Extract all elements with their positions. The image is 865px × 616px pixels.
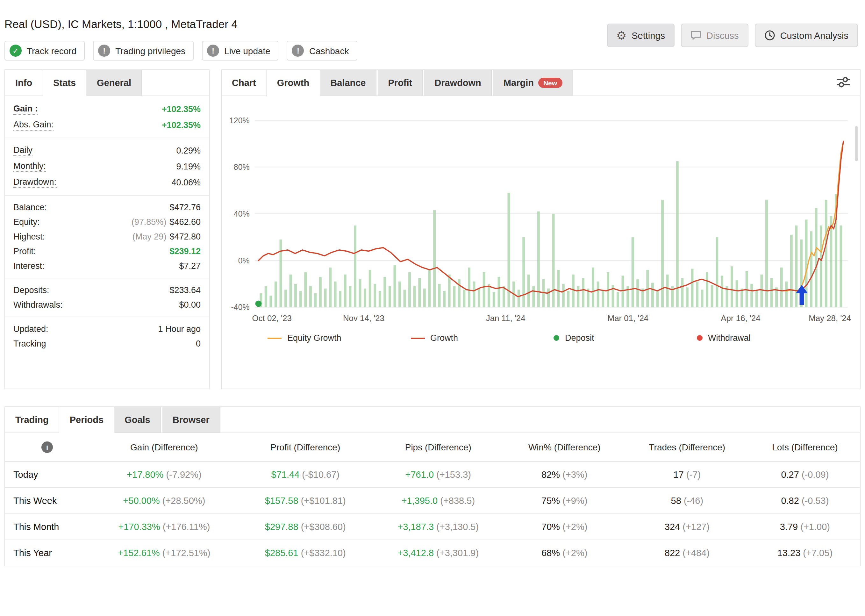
- stat-row-equity: Equity:(97.85%)$462.60: [13, 215, 201, 229]
- badge-track-record[interactable]: ✓Track record: [5, 41, 85, 61]
- legend-item-deposit[interactable]: Deposit: [554, 333, 697, 343]
- periods-panel: TradingPeriodsGoalsBrowser iGain (Differ…: [5, 406, 860, 566]
- stat-row-interest: Interest:$7.27: [13, 259, 201, 273]
- settings-button[interactable]: ⚙ Settings: [607, 24, 675, 47]
- scrollbar-thumb[interactable]: [855, 126, 858, 161]
- stat-value-note: (May 29): [132, 232, 166, 242]
- svg-text:-40%: -40%: [231, 303, 250, 312]
- period-row-this-month: This Month+170.33% (+176.11%)$297.88 (+$…: [5, 514, 860, 540]
- divider: [5, 138, 209, 138]
- chart-tab-chart[interactable]: Chart: [222, 70, 267, 96]
- legend-item-equity-growth[interactable]: Equity Growth: [267, 333, 411, 343]
- line-swatch-growth: [411, 337, 425, 339]
- stats-tab-general[interactable]: General: [86, 70, 142, 96]
- cell-difference: (+9%): [562, 496, 587, 506]
- cell-difference: (+2%): [562, 522, 587, 532]
- cell-value: 68%: [542, 548, 560, 558]
- period-cell: +761.0 (+153.3): [372, 462, 505, 488]
- svg-text:Nov 14, '23: Nov 14, '23: [343, 314, 385, 323]
- stat-value: (May 29)$472.80: [132, 232, 201, 242]
- legend-item-growth[interactable]: Growth: [411, 333, 554, 343]
- stat-label: Tracking: [13, 339, 46, 349]
- column-header-win-difference: Win% (Difference): [505, 433, 624, 462]
- toolbar: ⚙ Settings Discuss Custom Analysis: [607, 24, 858, 47]
- stat-value-main: 1 Hour ago: [158, 324, 201, 334]
- chart-panel: ChartGrowthBalanceProfitDrawdownMarginNe…: [221, 69, 860, 389]
- discuss-button[interactable]: Discuss: [681, 24, 749, 47]
- badge-trading-privileges[interactable]: !Trading privileges: [93, 41, 194, 61]
- dot-swatch-deposit: [554, 335, 559, 341]
- stat-label: Balance:: [13, 203, 47, 212]
- stat-value: 0: [196, 339, 201, 349]
- chart-tab-margin[interactable]: MarginNew: [493, 70, 573, 96]
- custom-analysis-button[interactable]: Custom Analysis: [755, 24, 858, 47]
- legend-label: Equity Growth: [287, 333, 341, 343]
- badge-cashback[interactable]: !Cashback: [287, 41, 357, 61]
- stats-tab-stats[interactable]: Stats: [43, 70, 86, 96]
- tab-label: Browser: [173, 415, 210, 425]
- svg-text:Oct 02, '23: Oct 02, '23: [252, 314, 292, 323]
- cell-difference: (-46): [684, 496, 703, 506]
- growth-chart[interactable]: 120%80%40%0%-40%Oct 02, '23Nov 14, '23Ja…: [222, 96, 860, 343]
- stat-value-main: $472.76: [170, 203, 201, 212]
- badge-live-update[interactable]: !Live update: [202, 41, 279, 61]
- info-icon[interactable]: i: [41, 442, 53, 453]
- stat-value: +102.35%: [162, 104, 201, 114]
- cell-value: +3,187.3: [397, 522, 434, 532]
- cell-value: +3,412.8: [397, 548, 434, 558]
- svg-text:Apr 16, '24: Apr 16, '24: [721, 314, 760, 323]
- stat-row-gain: Gain :+102.35%: [13, 101, 201, 117]
- period-cell: $157.58 (+$101.81): [239, 488, 372, 514]
- chart-options-icon[interactable]: [836, 77, 850, 88]
- account-title-prefix: Real (USD),: [5, 18, 68, 31]
- chart-tab-balance[interactable]: Balance: [320, 70, 377, 96]
- stat-row-withdrawals: Withdrawals:$0.00: [13, 297, 201, 312]
- periods-tab-trading[interactable]: Trading: [5, 407, 60, 432]
- period-row-this-week: This Week+50.00% (+28.50%)$157.58 (+$101…: [5, 488, 860, 514]
- chart-tab-profit[interactable]: Profit: [378, 70, 423, 96]
- stat-row-updated: Updated:1 Hour ago: [13, 322, 201, 336]
- legend-item-withdrawal[interactable]: Withdrawal: [697, 333, 840, 343]
- periods-tab-goals[interactable]: Goals: [115, 407, 161, 432]
- stat-row-drawdown: Drawdown:40.06%: [13, 174, 201, 190]
- period-cell: +152.61% (+172.51%): [89, 540, 239, 566]
- stat-row-monthly: Monthly:9.19%: [13, 159, 201, 174]
- broker-link[interactable]: IC Markets: [68, 18, 121, 31]
- stat-row-balance: Balance:$472.76: [13, 200, 201, 215]
- stat-value-main: 9.19%: [176, 162, 201, 171]
- period-label: This Year: [5, 540, 89, 566]
- period-cell: 75% (+9%): [505, 488, 624, 514]
- chart-tab-drawdown[interactable]: Drawdown: [424, 70, 492, 96]
- stat-value-main: $239.12: [170, 247, 201, 256]
- stat-value-main: $472.80: [170, 232, 201, 242]
- period-label: This Week: [5, 488, 89, 514]
- period-cell: 68% (+2%): [505, 540, 624, 566]
- tab-label: Profit: [388, 78, 413, 88]
- stat-label: Gain :: [13, 104, 38, 115]
- stat-label: Abs. Gain:: [13, 120, 53, 130]
- cell-value: $285.61: [265, 548, 298, 558]
- cell-difference: (+176.11%): [163, 522, 210, 532]
- chart-legend: Equity GrowthGrowthDepositWithdrawal: [226, 328, 859, 343]
- cell-difference: (+838.5): [440, 496, 475, 506]
- period-cell: 0.27 (-0.09): [750, 462, 860, 488]
- period-row-today: Today+17.80% (-7.92%)$71.44 (-$10.67)+76…: [5, 462, 860, 488]
- clock-icon: [765, 30, 775, 41]
- stat-row-tracking: Tracking0: [13, 336, 201, 351]
- stat-value: $233.64: [170, 285, 201, 295]
- periods-tab-browser[interactable]: Browser: [162, 407, 220, 432]
- stats-tab-info[interactable]: Info: [5, 70, 43, 96]
- periods-tab-periods[interactable]: Periods: [60, 407, 115, 433]
- stats-panel-tabs: InfoStatsGeneral: [5, 70, 209, 96]
- stat-value: 9.19%: [176, 162, 201, 171]
- badge-label: Track record: [27, 46, 77, 56]
- chart-tab-growth[interactable]: Growth: [267, 70, 320, 96]
- legend-label: Withdrawal: [708, 333, 750, 343]
- stat-label: Monthly:: [13, 161, 46, 172]
- stat-value: $472.76: [170, 203, 201, 212]
- column-header-gain-difference: Gain (Difference): [89, 433, 239, 462]
- badge-label: Cashback: [309, 46, 349, 56]
- stat-value: 40.06%: [171, 178, 201, 187]
- tab-label: General: [97, 78, 131, 88]
- dot-swatch-withdrawal: [697, 335, 702, 341]
